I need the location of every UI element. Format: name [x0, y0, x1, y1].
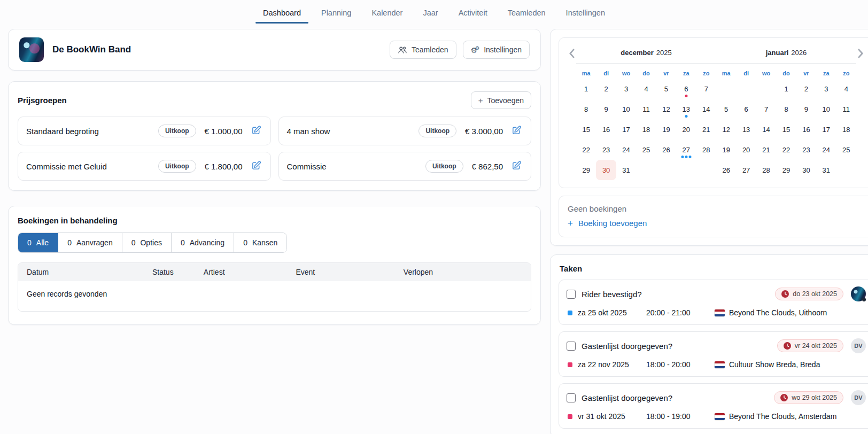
- calendar-day[interactable]: 5: [716, 99, 736, 119]
- weekday-label: wo: [756, 68, 776, 79]
- calendar-day[interactable]: 20: [736, 140, 756, 160]
- calendar-day[interactable]: 22: [576, 140, 596, 160]
- task-checkbox[interactable]: [567, 290, 576, 299]
- calendar-day[interactable]: 9: [596, 99, 616, 119]
- assignee-avatar[interactable]: [851, 286, 866, 301]
- task-label: Rider bevestigd?: [582, 290, 769, 299]
- calendar-day[interactable]: 4: [636, 79, 656, 99]
- taken-panel: Taken Rider bevestigd? do 23 okt 2025 za…: [550, 254, 868, 434]
- price-amount: € 1.000,00: [205, 127, 243, 136]
- gears-icon: ⚙⚙: [471, 46, 480, 54]
- edit-price-button[interactable]: [510, 159, 523, 173]
- tab-advancing[interactable]: 0 Advancing: [172, 233, 234, 252]
- teamleden-button[interactable]: Teamleden: [390, 41, 456, 59]
- calendar-day[interactable]: 10: [616, 99, 636, 119]
- calendar-day[interactable]: 11: [636, 99, 656, 119]
- nav-tab-teamleden[interactable]: Teamleden: [507, 6, 547, 24]
- edit-price-button[interactable]: [510, 124, 523, 138]
- calendar-day[interactable]: 1: [576, 79, 596, 99]
- calendar-day[interactable]: 2: [596, 79, 616, 99]
- calendar-day[interactable]: 15: [776, 119, 796, 140]
- calendar-day[interactable]: 13: [676, 99, 696, 119]
- calendar-day[interactable]: 18: [836, 119, 856, 140]
- event-venue: Cultuur Show Breda, Breda: [729, 360, 820, 369]
- calendar-day[interactable]: 18: [636, 119, 656, 140]
- calendar-day[interactable]: 17: [616, 119, 636, 140]
- calendar-day[interactable]: 11: [836, 99, 856, 119]
- calendar-day[interactable]: 8: [576, 99, 596, 119]
- nav-tab-planning[interactable]: Planning: [320, 6, 352, 24]
- month-year: 2025: [656, 49, 672, 57]
- calendar-day[interactable]: 28: [756, 160, 776, 180]
- calendar-day[interactable]: 14: [696, 99, 716, 119]
- calendar-day[interactable]: 28: [696, 140, 716, 160]
- add-booking-link[interactable]: + Boeking toevoegen: [568, 219, 865, 228]
- calendar-day[interactable]: 12: [716, 119, 736, 140]
- task-checkbox[interactable]: [567, 393, 576, 402]
- nav-tab-activiteit[interactable]: Activiteit: [458, 6, 489, 24]
- calendar-day[interactable]: 24: [816, 140, 836, 160]
- calendar-day[interactable]: 17: [816, 119, 836, 140]
- instellingen-button[interactable]: ⚙⚙ Instellingen: [463, 41, 530, 59]
- calendar-day[interactable]: 4: [836, 79, 856, 99]
- price-group-row: 4 man show Uitkoop € 3.000,00: [278, 117, 532, 145]
- calendar-day[interactable]: 19: [656, 119, 676, 140]
- calendar-day[interactable]: 26: [656, 140, 676, 160]
- calendar-day[interactable]: 9: [796, 99, 816, 119]
- nav-tab-kalender[interactable]: Kalender: [370, 6, 404, 24]
- tab-alle[interactable]: 0 Alle: [18, 233, 58, 252]
- calendar-day-today[interactable]: 30: [596, 160, 616, 180]
- calendar-prev-button[interactable]: [567, 46, 577, 62]
- tab-opties[interactable]: 0 Opties: [122, 233, 172, 252]
- calendar-day[interactable]: 27: [736, 160, 756, 180]
- add-price-group-button[interactable]: + Toevoegen: [471, 91, 531, 109]
- calendar-day[interactable]: 27: [676, 140, 696, 160]
- calendar-day[interactable]: 12: [656, 99, 676, 119]
- calendar-day[interactable]: 15: [576, 119, 596, 140]
- calendar-day[interactable]: 6: [676, 79, 696, 99]
- calendar-day[interactable]: 19: [716, 140, 736, 160]
- calendar-day[interactable]: 8: [776, 99, 796, 119]
- calendar-day[interactable]: 16: [796, 119, 816, 140]
- calendar-day[interactable]: 2: [796, 79, 816, 99]
- calendar-day[interactable]: 25: [836, 140, 856, 160]
- calendar-day[interactable]: 21: [756, 140, 776, 160]
- calendar-day[interactable]: 29: [776, 160, 796, 180]
- assignee-avatar[interactable]: DV: [851, 390, 866, 405]
- tab-kansen[interactable]: 0 Kansen: [234, 233, 286, 252]
- calendar-day[interactable]: 5: [656, 79, 676, 99]
- calendar-day[interactable]: 16: [596, 119, 616, 140]
- bookings-table: Datum Status Artiest Event Verlopen Geen…: [18, 262, 531, 312]
- nav-tab-dashboard[interactable]: Dashboard: [262, 6, 302, 24]
- calendar-day[interactable]: 31: [616, 160, 636, 180]
- task-checkbox[interactable]: [567, 342, 576, 351]
- calendar-day[interactable]: 10: [816, 99, 836, 119]
- calendar-day[interactable]: 20: [676, 119, 696, 140]
- edit-price-button[interactable]: [250, 124, 262, 138]
- nav-tab-instellingen[interactable]: Instellingen: [565, 6, 606, 24]
- nav-tab-jaar[interactable]: Jaar: [422, 6, 439, 24]
- edit-price-button[interactable]: [250, 159, 262, 173]
- calendar-day[interactable]: 22: [776, 140, 796, 160]
- calendar-day[interactable]: 7: [696, 79, 716, 99]
- calendar-day[interactable]: 13: [736, 119, 756, 140]
- calendar-day[interactable]: 24: [616, 140, 636, 160]
- tab-aanvragen[interactable]: 0 Aanvragen: [58, 233, 122, 252]
- col-event: Event: [287, 263, 394, 281]
- calendar-day[interactable]: 7: [756, 99, 776, 119]
- calendar-day[interactable]: 6: [736, 99, 756, 119]
- calendar-day[interactable]: 3: [616, 79, 636, 99]
- calendar-next-button[interactable]: [856, 46, 866, 62]
- calendar-day[interactable]: 31: [816, 160, 836, 180]
- calendar-day[interactable]: 30: [796, 160, 816, 180]
- calendar-day[interactable]: 1: [776, 79, 796, 99]
- calendar-day[interactable]: 29: [576, 160, 596, 180]
- calendar-day[interactable]: 26: [716, 160, 736, 180]
- assignee-avatar[interactable]: DV: [851, 338, 866, 353]
- calendar-day[interactable]: 23: [796, 140, 816, 160]
- calendar-day[interactable]: 3: [816, 79, 836, 99]
- calendar-day[interactable]: 23: [596, 140, 616, 160]
- calendar-day[interactable]: 25: [636, 140, 656, 160]
- calendar-day[interactable]: 14: [756, 119, 776, 140]
- calendar-day[interactable]: 21: [696, 119, 716, 140]
